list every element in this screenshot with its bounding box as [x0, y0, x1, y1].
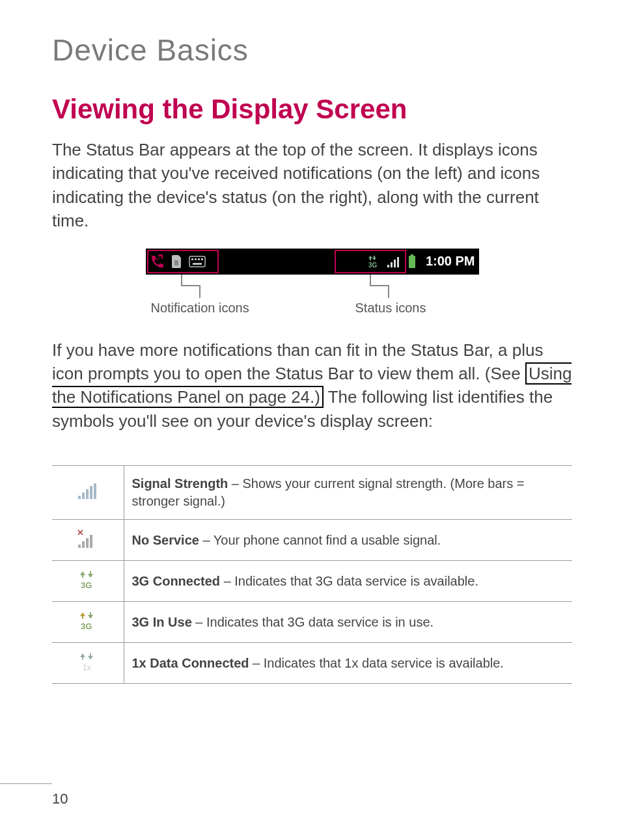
- 3g-icon: 3G: [367, 254, 381, 269]
- 3g-in-use-icon: 3G: [52, 602, 124, 643]
- svg-rect-0: [174, 260, 178, 265]
- table-row: ✕ No Service – Your phone cannot find a …: [52, 520, 572, 561]
- svg-rect-17: [90, 486, 92, 499]
- svg-rect-2: [191, 258, 193, 260]
- second-paragraph: If you have more notifications than can …: [52, 338, 572, 433]
- svg-rect-16: [86, 489, 89, 499]
- svg-text:3G: 3G: [81, 621, 92, 630]
- table-row: Signal Strength – Shows your current sig…: [52, 466, 572, 520]
- page-number: 10: [52, 791, 68, 807]
- signal-bars-icon: [387, 255, 402, 268]
- svg-rect-1: [189, 256, 205, 267]
- svg-rect-22: [86, 538, 89, 548]
- svg-rect-8: [387, 265, 389, 267]
- row-desc: – Indicates that 3G data service is in u…: [192, 615, 434, 629]
- svg-rect-3: [195, 258, 197, 260]
- statusbar-time: 1:00 PM: [426, 254, 475, 269]
- table-row: 1x 1x Data Connected – Indicates that 1x…: [52, 643, 572, 684]
- svg-rect-11: [397, 257, 399, 267]
- chapter-title: Device Basics: [52, 33, 572, 68]
- keyboard-icon: [189, 256, 206, 267]
- svg-text:3G: 3G: [81, 580, 92, 589]
- svg-rect-4: [198, 258, 200, 260]
- svg-rect-20: [78, 545, 81, 548]
- row-term: 1x Data Connected: [132, 656, 249, 670]
- svg-text:3G: 3G: [368, 262, 378, 269]
- 3g-connected-icon: 3G: [52, 561, 124, 602]
- statusbar-image: 3G 1:00 PM: [146, 249, 479, 275]
- row-desc: – Indicates that 3G data service is avai…: [220, 574, 478, 588]
- no-service-icon: ✕: [52, 520, 124, 561]
- row-term: Signal Strength: [132, 476, 228, 491]
- row-term: No Service: [132, 533, 199, 547]
- row-desc: – Indicates that 1x data service is avai…: [249, 656, 504, 670]
- intro-paragraph: The Status Bar appears at the top of the…: [52, 138, 572, 233]
- svg-rect-12: [411, 254, 413, 256]
- notification-icons-label: Notification icons: [151, 301, 249, 316]
- status-icons-label: Status icons: [355, 301, 426, 316]
- svg-rect-6: [193, 263, 202, 265]
- svg-rect-13: [409, 256, 415, 268]
- row-desc: – Your phone cannot find a usable signal…: [199, 533, 441, 547]
- section-title: Viewing the Display Screen: [52, 94, 572, 125]
- table-row: 3G 3G Connected – Indicates that 3G data…: [52, 561, 572, 602]
- svg-rect-9: [391, 262, 393, 267]
- row-term: 3G In Use: [132, 615, 192, 629]
- statusbar-figure: 3G 1:00 PM Notification icons Status ico…: [52, 249, 572, 320]
- signal-strength-icon: [52, 466, 124, 520]
- svg-rect-5: [201, 258, 203, 260]
- 1x-data-connected-icon: 1x: [52, 643, 124, 684]
- sim-card-icon: [171, 254, 184, 269]
- svg-rect-23: [90, 535, 92, 548]
- table-row: 3G 3G In Use – Indicates that 3G data se…: [52, 602, 572, 643]
- battery-icon: [407, 254, 417, 269]
- status-icons-table: Signal Strength – Shows your current sig…: [52, 465, 572, 684]
- svg-text:✕: ✕: [77, 529, 84, 537]
- svg-rect-14: [78, 496, 81, 499]
- svg-rect-18: [94, 483, 96, 499]
- svg-rect-21: [82, 541, 85, 548]
- svg-rect-10: [394, 260, 396, 267]
- row-term: 3G Connected: [132, 574, 221, 588]
- svg-rect-15: [82, 493, 85, 499]
- footer-rule: [0, 783, 52, 784]
- svg-text:1x: 1x: [83, 663, 91, 671]
- missed-call-icon: [150, 254, 165, 269]
